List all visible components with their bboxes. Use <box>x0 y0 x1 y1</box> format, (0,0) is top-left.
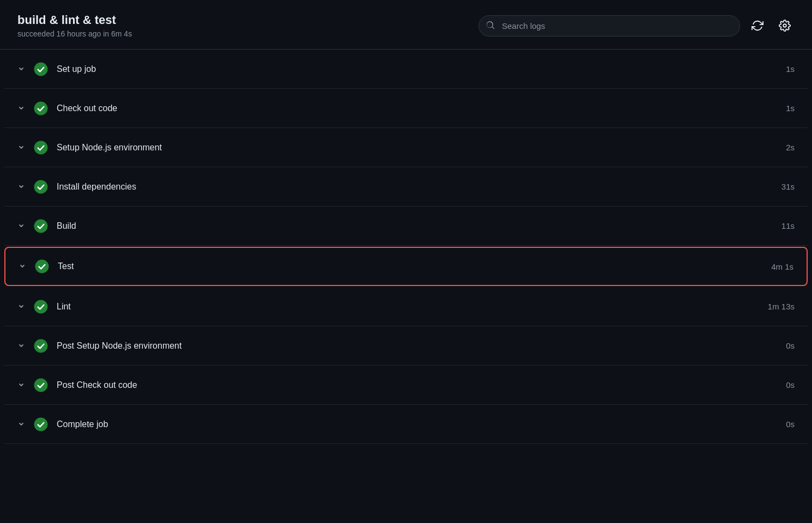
job-duration: 0s <box>756 341 795 350</box>
job-item-post-setup-nodejs[interactable]: Post Setup Node.js environment 0s <box>4 326 808 366</box>
job-duration: 2s <box>756 143 795 152</box>
job-item-lint[interactable]: Lint 1m 13s <box>4 287 808 326</box>
job-item-post-check-out-code[interactable]: Post Check out code 0s <box>4 366 808 405</box>
status-success-icon <box>34 417 48 431</box>
job-duration: 4m 1s <box>755 262 793 271</box>
status-success-icon <box>34 101 48 115</box>
chevron-icon <box>17 65 25 73</box>
job-name: Install dependencies <box>57 182 756 192</box>
svg-point-10 <box>34 418 47 431</box>
job-item-complete-job[interactable]: Complete job 0s <box>4 405 808 444</box>
job-name: Test <box>58 262 755 271</box>
status-success-icon <box>34 141 48 155</box>
job-name: Build <box>57 221 756 231</box>
job-duration: 1m 13s <box>756 302 795 311</box>
chevron-icon <box>19 263 26 270</box>
job-name: Lint <box>57 302 756 312</box>
job-item-install-dependencies[interactable]: Install dependencies 31s <box>4 167 808 206</box>
chevron-icon <box>17 222 25 230</box>
status-success-icon <box>34 219 48 233</box>
status-success-icon <box>34 62 48 76</box>
job-duration: 11s <box>756 221 795 230</box>
job-item-setup-nodejs[interactable]: Setup Node.js environment 2s <box>4 128 808 167</box>
svg-point-7 <box>34 300 47 313</box>
job-duration: 0s <box>756 380 795 390</box>
svg-point-5 <box>34 220 47 233</box>
job-name: Set up job <box>57 64 756 74</box>
chevron-icon <box>17 144 25 151</box>
svg-point-2 <box>34 102 47 115</box>
chevron-icon <box>17 303 25 311</box>
search-container <box>478 15 740 37</box>
status-success-icon <box>34 339 48 353</box>
chevron-icon <box>17 381 25 389</box>
chevron-icon <box>17 183 25 191</box>
job-name: Complete job <box>57 419 756 429</box>
job-name: Check out code <box>57 104 756 113</box>
search-icon <box>486 21 495 30</box>
svg-point-6 <box>35 260 49 273</box>
search-input[interactable] <box>478 15 740 37</box>
job-name: Post Check out code <box>57 380 756 390</box>
job-duration: 1s <box>756 64 795 74</box>
svg-point-1 <box>34 63 47 76</box>
refresh-button[interactable] <box>748 16 767 35</box>
svg-point-8 <box>34 339 47 352</box>
job-duration: 0s <box>756 419 795 429</box>
header-right <box>478 15 795 37</box>
job-duration: 1s <box>756 104 795 113</box>
page-subtitle: succeeded 16 hours ago in 6m 4s <box>17 29 132 38</box>
job-list: Set up job 1s Check out code 1s <box>0 50 812 444</box>
svg-point-0 <box>783 24 786 27</box>
svg-point-4 <box>34 180 47 193</box>
job-item-test[interactable]: Test 4m 1s <box>4 247 808 286</box>
svg-point-3 <box>34 141 47 154</box>
chevron-icon <box>17 105 25 112</box>
status-success-icon <box>35 259 49 273</box>
header-left: build & lint & test succeeded 16 hours a… <box>17 13 132 38</box>
page-title: build & lint & test <box>17 13 132 27</box>
svg-point-9 <box>34 379 47 392</box>
job-item-check-out-code[interactable]: Check out code 1s <box>4 89 808 128</box>
job-item-set-up-job[interactable]: Set up job 1s <box>4 50 808 89</box>
job-duration: 31s <box>756 182 795 191</box>
settings-button[interactable] <box>775 16 795 35</box>
status-success-icon <box>34 180 48 194</box>
chevron-icon <box>17 342 25 350</box>
job-item-build[interactable]: Build 11s <box>4 206 808 246</box>
header: build & lint & test succeeded 16 hours a… <box>0 0 812 50</box>
status-success-icon <box>34 300 48 314</box>
job-name: Setup Node.js environment <box>57 143 756 153</box>
chevron-icon <box>17 421 25 428</box>
status-success-icon <box>34 378 48 392</box>
job-name: Post Setup Node.js environment <box>57 341 756 351</box>
